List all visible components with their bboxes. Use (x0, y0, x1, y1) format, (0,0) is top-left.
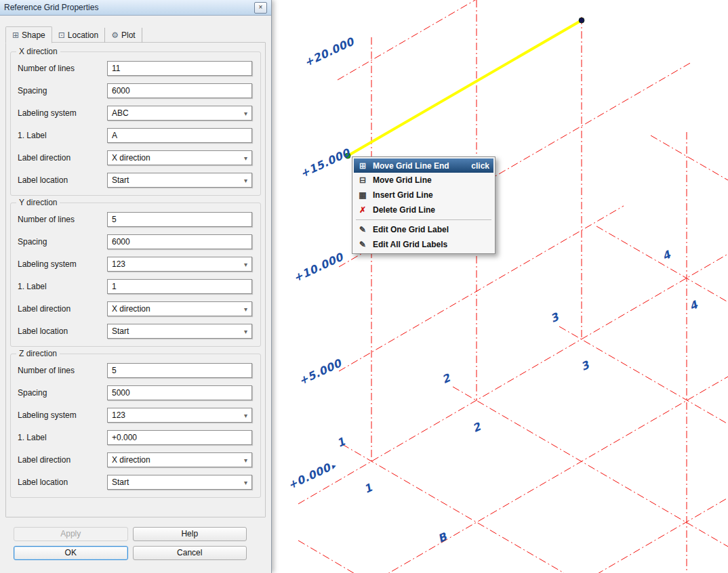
x-direction-number-of-lines-input[interactable]: 11 (107, 61, 252, 76)
tab-plot[interactable]: ⚙Plot (105, 28, 142, 43)
chevron-down-icon: ▾ (244, 177, 247, 184)
field-label: Label location (14, 326, 107, 336)
z-direction-spacing-input[interactable]: 5000 (107, 385, 252, 400)
move-grid-line-end-icon: ⊞ (357, 161, 369, 171)
group-y-direction: Y directionNumber of lines5Spacing6000La… (10, 203, 261, 347)
select-value: X direction (112, 153, 150, 163)
group-legend: X direction (16, 47, 60, 56)
select-value: Start (112, 175, 129, 185)
field-label: Number of lines (14, 64, 107, 73)
menu-item-edit-one-grid-label[interactable]: ✎Edit One Grid Label (354, 222, 493, 237)
grid-context-menu: ⊞Move Grid Line Endclick⊟Move Grid Line▦… (352, 156, 496, 254)
chevron-down-icon: ▾ (244, 412, 247, 419)
grid-line (298, 254, 728, 504)
input-value: +0.000 (112, 433, 137, 442)
field-label: Labeling system (14, 410, 107, 420)
field-label: Labeling system (14, 259, 107, 269)
tab-page-shape: X directionNumber of lines11Spacing6000L… (5, 42, 266, 517)
field-label: 1. Label (14, 433, 107, 442)
form-row: Label locationStart▾ (14, 324, 255, 339)
form-row: Labeling systemABC▾ (14, 106, 255, 121)
form-row: Labeling system123▾ (14, 408, 255, 423)
y-direction-label-location-select[interactable]: Start▾ (107, 324, 252, 339)
select-value: 123 (112, 410, 125, 420)
edit-one-grid-label-icon: ✎ (357, 225, 369, 234)
menu-item-label: Insert Grid Line (373, 190, 433, 200)
menu-item-label: Move Grid Line End (373, 161, 449, 171)
close-icon[interactable]: × (254, 2, 267, 14)
highlighted-grid-line[interactable] (348, 20, 582, 156)
field-label: Labeling system (14, 108, 107, 118)
field-label: Label direction (14, 153, 107, 163)
chevron-down-icon: ▾ (244, 110, 247, 117)
x-direction-label-location-select[interactable]: Start▾ (107, 173, 252, 188)
menu-item-insert-grid-line[interactable]: ▦Insert Grid Line (354, 188, 493, 203)
grid-line (342, 444, 564, 573)
y-direction-number-of-lines-input[interactable]: 5 (107, 212, 252, 227)
field-label: 1. Label (14, 131, 107, 140)
ok-button[interactable]: OK (14, 546, 128, 560)
field-label: Number of lines (14, 366, 107, 375)
tab-label: Shape (22, 30, 45, 40)
menu-separator (356, 219, 491, 220)
z-direction-label-direction-select[interactable]: X direction▾ (107, 452, 252, 467)
x-direction-labeling-system-select[interactable]: ABC▾ (107, 106, 252, 121)
model-view-canvas[interactable]: +20.000+15.000+10.000+5.000+0.000▸123412… (271, 0, 728, 573)
z-direction-number-of-lines-input[interactable]: 5 (107, 363, 252, 378)
field-label: Label direction (14, 455, 107, 465)
tab-location[interactable]: ⊡Location (52, 28, 105, 43)
move-grid-line-icon: ⊟ (357, 175, 369, 185)
field-label: Spacing (14, 86, 107, 96)
help-button[interactable]: Help (133, 527, 247, 541)
x-direction-1-label-input[interactable]: A (107, 128, 252, 143)
chevron-down-icon: ▾ (244, 457, 247, 464)
application-window: Reference Grid Properties × ⊞Shape⊡Locat… (0, 0, 728, 573)
z-direction-label-location-select[interactable]: Start▾ (107, 475, 252, 490)
menu-item-edit-all-grid-labels[interactable]: ✎Edit All Grid Labels (354, 237, 493, 252)
dialog-titlebar[interactable]: Reference Grid Properties × (0, 0, 271, 16)
grid-line (651, 135, 728, 180)
field-label: Spacing (14, 237, 107, 247)
tab-shape[interactable]: ⊞Shape (5, 26, 52, 43)
form-row: Label directionX direction▾ (14, 150, 255, 165)
cancel-button[interactable]: Cancel (133, 546, 247, 560)
input-value: 6000 (112, 86, 130, 96)
apply-button[interactable]: Apply (14, 527, 128, 541)
grid-line (338, 0, 488, 80)
y-direction-spacing-input[interactable]: 6000 (107, 234, 252, 249)
z-direction-labeling-system-select[interactable]: 123▾ (107, 408, 252, 423)
menu-item-move-grid-line-end[interactable]: ⊞Move Grid Line Endclick (354, 158, 493, 173)
input-value: 5 (112, 366, 117, 375)
select-value: X direction (112, 304, 150, 314)
z-direction-1-label-input[interactable]: +0.000 (107, 430, 252, 445)
form-row: Label directionX direction▾ (14, 301, 255, 316)
field-label: Number of lines (14, 215, 107, 224)
select-value: 123 (112, 259, 125, 269)
y-direction-label-direction-select[interactable]: X direction▾ (107, 301, 252, 316)
grid-line (298, 540, 356, 573)
tab-label: Location (68, 30, 98, 40)
field-label: Label direction (14, 304, 107, 314)
form-row: 1. Label1 (14, 279, 255, 294)
button-row-top: Apply Help (14, 527, 247, 541)
chevron-down-icon: ▾ (244, 305, 247, 313)
menu-hint: click (471, 161, 489, 171)
grid-line-start-handle[interactable] (345, 153, 350, 158)
chevron-down-icon: ▾ (244, 154, 247, 162)
menu-item-delete-grid-line[interactable]: ✗Delete Grid Line (354, 203, 493, 217)
input-value: 1 (112, 282, 117, 291)
input-value: 11 (112, 64, 120, 73)
input-value: 5000 (112, 388, 130, 398)
menu-item-label: Delete Grid Line (373, 205, 435, 215)
x-direction-spacing-input[interactable]: 6000 (107, 83, 252, 98)
reference-grid-properties-dialog: Reference Grid Properties × ⊞Shape⊡Locat… (0, 0, 272, 573)
form-row: Number of lines11 (14, 61, 255, 76)
y-direction-labeling-system-select[interactable]: 123▾ (107, 257, 252, 272)
x-direction-label-direction-select[interactable]: X direction▾ (107, 150, 252, 165)
y-direction-1-label-input[interactable]: 1 (107, 279, 252, 294)
grid-line-end-handle[interactable] (579, 18, 584, 23)
delete-grid-line-icon: ✗ (357, 205, 369, 215)
menu-item-move-grid-line[interactable]: ⊟Move Grid Line (354, 173, 493, 188)
group-legend: Z direction (16, 349, 60, 358)
menu-item-label: Edit One Grid Label (373, 225, 449, 234)
